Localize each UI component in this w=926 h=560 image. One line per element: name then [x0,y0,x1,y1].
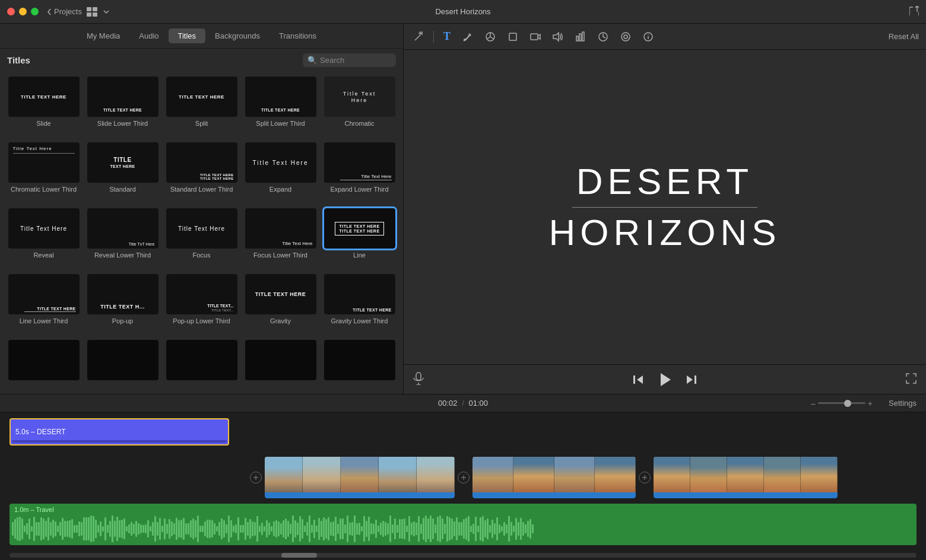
wave-bar [354,516,356,542]
title-name-expand: Expand [269,185,291,193]
text-icon[interactable]: T [441,28,453,45]
toolbar-divider-1 [433,31,434,43]
color-wheel-icon[interactable] [483,29,498,44]
wave-bar [273,521,275,536]
svg-rect-3 [93,12,97,17]
title-item-line-lower-third[interactable]: TITLE TEXT HERE Line Lower Third [5,272,83,336]
title-item-standard-lower-third[interactable]: TITLE TEXT HERE TITLE TEXT HERE Standard… [163,140,240,205]
camera-icon[interactable] [528,29,543,44]
minimize-button[interactable] [19,8,27,15]
title-thumb-expand-lower-third: Title Text Here [324,142,395,183]
title-item-slide[interactable]: TITLE TEXT HERE Slide [5,74,83,139]
video-gap-icon-3[interactable] [636,457,654,498]
wave-bar [226,524,227,533]
title-item-chromatic-lower-third[interactable]: Title Text Here Chromatic Lower Third [5,140,83,205]
title-name-pop-up: Pop-up [112,317,133,325]
title-item-row5-2[interactable] [84,338,161,392]
title-item-row5-3[interactable] [163,338,240,392]
crop-icon[interactable] [505,29,521,44]
wave-bar [482,516,484,542]
wave-bar [164,518,166,539]
back-button[interactable]: Projects [47,7,82,16]
tab-titles[interactable]: Titles [169,28,206,43]
video-gap-icon-1[interactable] [247,457,265,498]
video-clip-desert[interactable] [265,457,455,498]
title-item-slide-lower-third[interactable]: TITLE TEXT HERE Slide Lower Third [84,74,161,139]
svg-point-18 [621,33,630,41]
projects-link[interactable]: Projects [54,7,82,16]
close-button[interactable] [7,8,15,15]
title-clip-bar [12,440,227,443]
timeline-scrollbar-thumb[interactable] [281,553,317,558]
title-item-reveal[interactable]: Title Text Here Reveal [5,206,83,271]
microphone-button[interactable] [413,372,424,387]
title-item-pop-up-lower-third[interactable]: TITLE TEXT... TITLE TEXT... Pop-up Lower… [163,272,240,336]
zoom-slider[interactable]: – + [811,399,873,408]
wave-bar [81,522,83,536]
video-clip-road[interactable] [654,457,838,498]
title-item-focus[interactable]: Title Text Here Focus [163,206,240,271]
library-icon[interactable] [87,7,97,17]
title-item-row5-5[interactable] [321,338,398,392]
skip-forward-button[interactable] [686,374,697,386]
title-item-row5-4[interactable] [242,338,319,392]
title-item-row5-1[interactable] [5,338,83,392]
search-input[interactable] [320,56,391,65]
main-area: My Media Audio Titles Backgrounds Transi… [0,24,926,394]
fullscreen-button[interactable] [906,373,917,386]
title-item-expand-lower-third[interactable]: Title Text Here Expand Lower Third [321,140,398,205]
title-item-expand[interactable]: Title Text Here Expand [242,140,319,205]
clock-icon[interactable] [595,29,611,44]
speaker-icon[interactable] [550,29,566,44]
reset-all-button[interactable]: Reset All [889,32,919,41]
magic-wand-icon[interactable] [411,29,426,44]
wave-bar [527,521,529,536]
title-item-gravity-lower-third[interactable]: TITLE TEXT HERE Gravity Lower Third [321,272,398,336]
tab-my-media[interactable]: My Media [77,28,129,43]
zoom-in-icon[interactable]: + [868,399,873,408]
wave-bar [247,522,249,536]
tab-backgrounds[interactable]: Backgrounds [205,28,269,43]
wave-bar [145,524,147,534]
wave-bar [313,520,315,538]
wave-bar [411,523,413,535]
wave-bar [335,517,337,540]
title-item-chromatic[interactable]: Title Text Here Chromatic [321,74,398,139]
title-thumb-focus-lower-third: Title Text Here [245,208,316,249]
tab-audio[interactable]: Audio [129,28,168,43]
settings-button[interactable]: Settings [889,399,917,408]
title-item-focus-lower-third[interactable]: Title Text Here Focus Lower Third [242,206,319,271]
wave-bar [491,520,493,537]
down-arrow-icon[interactable] [102,8,110,16]
audio-clip[interactable]: 1.0m – Travel [9,504,917,545]
zoom-out-icon[interactable]: – [811,399,816,408]
wave-bar [93,516,94,542]
video-clip-mountains[interactable] [472,457,636,498]
info-icon[interactable] [640,29,656,44]
title-item-split[interactable]: TITLE TEXT HERE Split [163,74,240,139]
title-clip[interactable]: 5.0s – DESERT [9,418,229,446]
play-button[interactable] [656,371,674,389]
title-item-pop-up[interactable]: TITLE TEXT H... Pop-up [84,272,161,336]
tab-transitions[interactable]: Transitions [269,28,326,43]
zoom-thumb[interactable] [844,400,851,407]
wave-bar [268,523,270,535]
maximize-button[interactable] [31,8,39,15]
paint-icon[interactable] [618,29,633,44]
frame-5 [417,457,455,492]
video-gap-icon-2[interactable] [455,457,472,498]
title-item-split-lower-third[interactable]: TITLE TEXT HERE Split Lower Third [242,74,319,139]
timeline-scrollbar[interactable] [9,553,917,558]
wave-bar [154,516,156,541]
title-item-line[interactable]: TITLE TEXT HERE TITLE TEXT HERE Line [321,206,398,271]
title-item-gravity[interactable]: TITLE TEXT HERE Gravity [242,272,319,336]
wave-bar [178,520,180,537]
wave-bar [97,525,99,533]
chart-icon[interactable] [573,29,588,44]
share-icon[interactable] [909,6,919,18]
title-item-reveal-lower-third[interactable]: Title TxT Here Reveal Lower Third [84,206,161,271]
title-item-standard[interactable]: TITLE TEXT HERE Standard [84,140,161,205]
brush-icon[interactable] [460,29,475,44]
skip-back-button[interactable] [632,374,644,386]
zoom-track[interactable] [818,402,865,404]
